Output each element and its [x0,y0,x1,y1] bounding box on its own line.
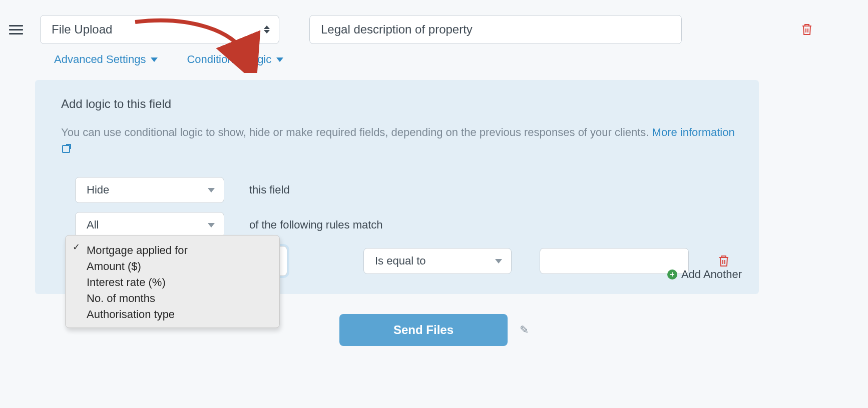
logic-action-value: Hide [87,184,109,196]
dropdown-option[interactable]: Interest rate (%) [66,274,279,290]
field-type-select[interactable]: File Upload [40,15,279,44]
external-link-icon [62,145,70,153]
dropdown-option[interactable]: Amount ($) [66,258,279,274]
logic-action-select[interactable]: Hide [75,177,224,203]
dropdown-option[interactable]: Mortgage applied for [66,242,279,258]
dropdown-option[interactable]: Authorisation type [66,306,279,322]
sort-caret-icon [264,26,270,34]
add-another-rule-button[interactable]: + Add Another [667,268,742,281]
delete-field-button[interactable] [801,23,813,36]
tab-label: Conditional Logic [187,53,271,66]
chevron-down-icon [276,58,283,62]
rule-value-input[interactable] [540,248,689,274]
rule-operator-value: Is equal to [375,254,426,268]
logic-action-suffix: this field [249,184,290,196]
advanced-settings-tab[interactable]: Advanced Settings [54,53,158,66]
rule-field-dropdown[interactable]: Mortgage applied for Amount ($) Interest… [65,235,280,328]
field-type-value: File Upload [52,22,112,36]
delete-rule-button[interactable] [718,254,730,268]
chevron-down-icon [151,58,158,62]
chevron-down-icon [208,188,215,192]
send-files-button[interactable]: Send Files [339,314,508,346]
logic-quantifier-select[interactable]: All [75,212,224,238]
conditional-logic-tab[interactable]: Conditional Logic [187,53,283,66]
dropdown-option[interactable]: No. of months [66,290,279,306]
tab-label: Advanced Settings [54,53,146,66]
drag-handle[interactable] [9,25,23,34]
logic-quantifier-suffix: of the following rules match [249,218,383,232]
edit-submit-label-button[interactable]: ✎ [520,324,529,336]
add-another-label: Add Another [681,268,742,281]
panel-description: You can use conditional logic to show, h… [61,124,741,157]
chevron-down-icon [208,223,215,228]
field-label-input[interactable] [309,15,682,44]
plus-circle-icon: + [667,270,677,280]
rule-operator-select[interactable]: Is equal to [363,248,512,274]
panel-heading: Add logic to this field [61,97,741,111]
logic-quantifier-value: All [87,218,99,232]
chevron-down-icon [495,259,502,264]
